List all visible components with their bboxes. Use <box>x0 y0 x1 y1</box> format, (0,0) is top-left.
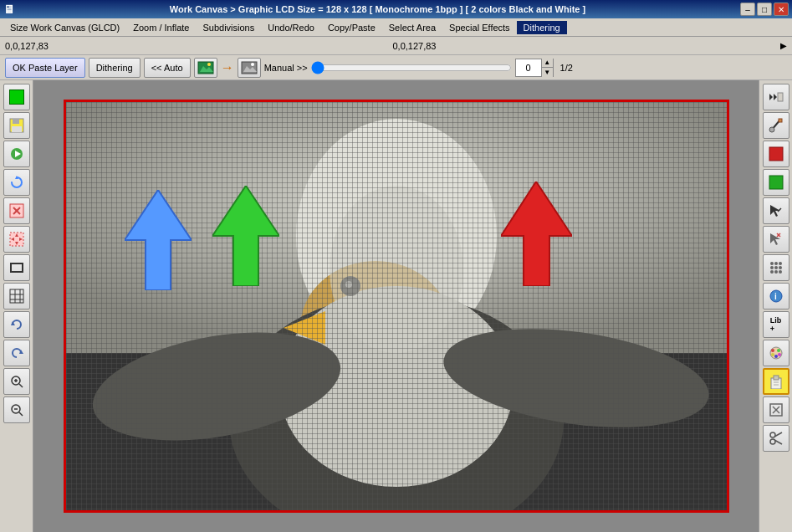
svg-point-5 <box>251 63 254 66</box>
svg-marker-51 <box>774 94 777 100</box>
spinner-up[interactable]: ▲ <box>541 59 553 68</box>
svg-text:i: i <box>774 292 777 301</box>
close-button[interactable]: ✕ <box>774 3 789 16</box>
svg-point-63 <box>770 262 774 265</box>
svg-point-64 <box>774 262 778 265</box>
cursor-1-tool[interactable] <box>763 197 789 224</box>
image-source-icon[interactable] <box>194 58 217 78</box>
play-tool[interactable] <box>3 141 30 167</box>
svg-point-71 <box>779 270 782 274</box>
svg-marker-50 <box>769 94 773 100</box>
menu-special-effects[interactable]: Special Effects <box>442 21 517 34</box>
svg-point-46 <box>330 186 463 353</box>
status-bar-top: 0,0,127,83 0,0,127,83 ▶ <box>0 37 792 55</box>
svg-rect-20 <box>11 263 23 272</box>
dots-tool[interactable] <box>763 254 789 281</box>
rectangle-tool[interactable] <box>3 254 30 281</box>
toolbar-row: OK Paste Layer Dithering << Auto → Manua… <box>0 55 792 80</box>
palette-tool[interactable] <box>763 340 789 366</box>
cut-region-tool[interactable] <box>3 197 30 224</box>
fill-red-tool[interactable] <box>763 141 789 167</box>
ok-paste-button[interactable]: OK Paste Layer <box>5 58 85 78</box>
svg-point-67 <box>774 266 778 269</box>
svg-rect-56 <box>769 147 783 161</box>
canvas-frame <box>64 100 729 513</box>
left-toolbar <box>0 80 33 532</box>
spinner-arrows: ▲ ▼ <box>541 59 553 77</box>
svg-line-33 <box>19 412 23 416</box>
menu-subdivisions[interactable]: Subdivisions <box>196 21 261 34</box>
auto-button[interactable]: << Auto <box>144 58 191 78</box>
svg-rect-7 <box>13 119 19 124</box>
svg-point-70 <box>774 270 778 274</box>
svg-line-29 <box>19 384 23 387</box>
save-tool[interactable] <box>3 112 30 139</box>
paste-active-tool[interactable] <box>763 368 789 395</box>
slider-value-spinner: ▲ ▼ <box>515 59 554 77</box>
maximize-button[interactable]: □ <box>757 3 772 16</box>
svg-point-77 <box>774 355 778 358</box>
title-bar: 🖥 Work Canvas > Graphic LCD Size = 128 x… <box>0 0 792 18</box>
svg-rect-8 <box>12 126 22 132</box>
menu-undo-redo[interactable]: Undo/Redo <box>261 21 321 34</box>
tool-x-tool[interactable] <box>763 396 789 423</box>
refresh-tool[interactable] <box>3 169 30 196</box>
manual-label: Manual >> <box>264 63 308 73</box>
title-bar-text: Work Canvas > Graphic LCD Size = 128 x 1… <box>170 4 585 14</box>
svg-point-75 <box>771 349 774 352</box>
minimize-button[interactable]: – <box>740 3 755 16</box>
undo-tool[interactable] <box>3 311 30 338</box>
svg-rect-81 <box>774 376 779 380</box>
image-dest-icon[interactable] <box>238 58 261 78</box>
lib-plus-tool[interactable]: Lib+ <box>763 311 789 338</box>
main-layout: i Lib+ <box>0 80 792 532</box>
arrow-right-icon: → <box>221 60 234 75</box>
svg-rect-55 <box>779 119 782 122</box>
status-left-coords: 0,0,127,83 <box>5 41 49 51</box>
eagle-canvas[interactable] <box>66 102 727 510</box>
spinner-down[interactable]: ▼ <box>541 68 553 77</box>
right-toolbar: i Lib+ <box>759 80 792 532</box>
svg-point-68 <box>779 266 782 269</box>
menu-size-work-canvas[interactable]: Size Work Canvas (GLCD) <box>3 21 126 34</box>
svg-rect-52 <box>778 93 783 101</box>
dither-slider[interactable] <box>311 60 512 75</box>
eagle-image <box>66 102 727 510</box>
svg-point-65 <box>779 262 782 265</box>
svg-rect-21 <box>10 289 23 303</box>
svg-point-66 <box>770 266 774 269</box>
status-right-coords: 0,0,127,83 <box>52 41 777 51</box>
redo-tool[interactable] <box>3 340 30 366</box>
svg-rect-57 <box>769 176 783 189</box>
menu-bar: Size Work Canvas (GLCD) Zoom / Inflate S… <box>0 18 792 37</box>
select-move-tool[interactable] <box>3 226 30 253</box>
menu-select-area[interactable]: Select Area <box>382 21 442 34</box>
color-square <box>9 90 24 105</box>
scissors-tool[interactable] <box>763 425 789 452</box>
svg-point-54 <box>769 127 774 132</box>
info-tool[interactable]: i <box>763 283 789 309</box>
fill-green-tool[interactable] <box>763 169 789 196</box>
nav-arrows-tool[interactable] <box>763 84 789 110</box>
canvas-area[interactable] <box>33 80 759 532</box>
dithering-button[interactable]: Dithering <box>89 58 141 78</box>
scroll-right-arrow[interactable]: ▶ <box>780 41 787 50</box>
zoom-out-tool[interactable] <box>3 396 30 423</box>
svg-point-76 <box>777 349 780 352</box>
zoom-in-tool[interactable] <box>3 368 30 395</box>
slider-container: Manual >> ▲ ▼ 1/2 <box>264 59 787 77</box>
menu-copy-paste[interactable]: Copy/Paste <box>321 21 382 34</box>
grid-tool[interactable] <box>3 283 30 309</box>
eyedropper-tool[interactable] <box>763 112 789 139</box>
svg-point-78 <box>771 353 774 356</box>
fraction-label: 1/2 <box>560 63 573 73</box>
color-indicator-tool[interactable] <box>3 84 30 110</box>
canvas-inner <box>33 80 759 532</box>
svg-point-69 <box>770 270 774 274</box>
svg-point-2 <box>207 63 211 66</box>
slider-value-input[interactable] <box>516 59 541 76</box>
cursor-2-tool[interactable] <box>763 226 789 253</box>
menu-zoom-inflate[interactable]: Zoom / Inflate <box>126 21 196 34</box>
svg-point-79 <box>778 353 781 356</box>
menu-dithering[interactable]: Dithering <box>517 21 567 34</box>
